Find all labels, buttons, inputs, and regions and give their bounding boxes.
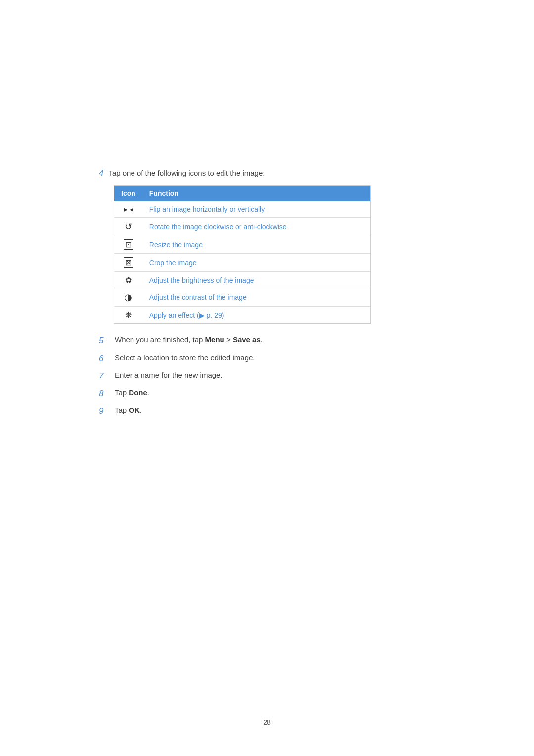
effect-function: Apply an effect (▶ p. 29) <box>142 307 370 324</box>
page-container: 4 Tap one of the following icons to edit… <box>0 0 534 756</box>
contrast-function: Adjust the contrast of the image <box>142 288 370 307</box>
step4-number: 4 <box>99 168 103 178</box>
step6-item: 6 Select a location to store the edited … <box>99 352 435 365</box>
contrast-icon: ◑ <box>124 292 132 302</box>
table-row: ►◄ Flip an image horizontally or vertica… <box>114 201 370 218</box>
col-icon-header: Icon <box>114 186 142 201</box>
table-row: ↺ Rotate the image clockwise or anti-clo… <box>114 218 370 236</box>
step9-number: 9 <box>99 405 112 418</box>
table-row: ❋ Apply an effect (▶ p. 29) <box>114 307 370 324</box>
step5-number: 5 <box>99 334 112 347</box>
step9-item: 9 Tap OK. <box>99 405 435 418</box>
step9-text: Tap OK. <box>115 405 435 416</box>
done-bold: Done <box>129 388 147 397</box>
rotate-function: Rotate the image clockwise or anti-clock… <box>142 218 370 236</box>
rotate-icon: ↺ <box>125 222 132 232</box>
table-row: ✿ Adjust the brightness of the image <box>114 272 370 288</box>
table-row: ◑ Adjust the contrast of the image <box>114 288 370 307</box>
brightness-function: Adjust the brightness of the image <box>142 272 370 288</box>
steps-list: 5 When you are finished, tap Menu > Save… <box>99 334 435 418</box>
resize-icon: ⊡ <box>124 239 133 250</box>
contrast-icon-cell: ◑ <box>114 288 142 307</box>
step4-text: Tap one of the following icons to edit t… <box>108 169 265 177</box>
step5-item: 5 When you are finished, tap Menu > Save… <box>99 334 435 347</box>
rotate-icon-cell: ↺ <box>114 218 142 236</box>
saveas-bold: Save as <box>233 335 261 344</box>
brightness-icon-cell: ✿ <box>114 272 142 288</box>
step4-intro: 4 Tap one of the following icons to edit… <box>99 168 435 178</box>
flip-function: Flip an image horizontally or vertically <box>142 201 370 218</box>
icon-function-table: Icon Function ►◄ Flip an image horizonta… <box>114 185 371 324</box>
table-row: ⊡ Resize the image <box>114 236 370 254</box>
col-function-header: Function <box>142 186 370 201</box>
effect-icon: ❋ <box>125 311 132 319</box>
step8-text: Tap Done. <box>115 387 435 399</box>
crop-icon-cell: ⊠ <box>114 254 142 272</box>
resize-function: Resize the image <box>142 236 370 254</box>
effect-icon-cell: ❋ <box>114 307 142 324</box>
step7-item: 7 Enter a name for the new image. <box>99 370 435 382</box>
step8-item: 8 Tap Done. <box>99 387 435 400</box>
step6-number: 6 <box>99 352 112 365</box>
table-row: ⊠ Crop the image <box>114 254 370 272</box>
step8-number: 8 <box>99 387 112 400</box>
flip-icon: ►◄ <box>123 206 134 213</box>
step5-text: When you are finished, tap Menu > Save a… <box>115 334 435 346</box>
step6-text: Select a location to store the edited im… <box>115 352 435 364</box>
step7-number: 7 <box>99 370 112 382</box>
crop-function: Crop the image <box>142 254 370 272</box>
page-number: 28 <box>263 718 271 726</box>
resize-icon-cell: ⊡ <box>114 236 142 254</box>
table-header-row: Icon Function <box>114 186 370 201</box>
step7-text: Enter a name for the new image. <box>115 370 435 381</box>
brightness-icon: ✿ <box>125 276 132 284</box>
flip-icon-cell: ►◄ <box>114 201 142 218</box>
ok-bold: OK <box>129 406 140 414</box>
menu-bold: Menu <box>205 335 224 344</box>
crop-icon: ⊠ <box>124 257 133 268</box>
